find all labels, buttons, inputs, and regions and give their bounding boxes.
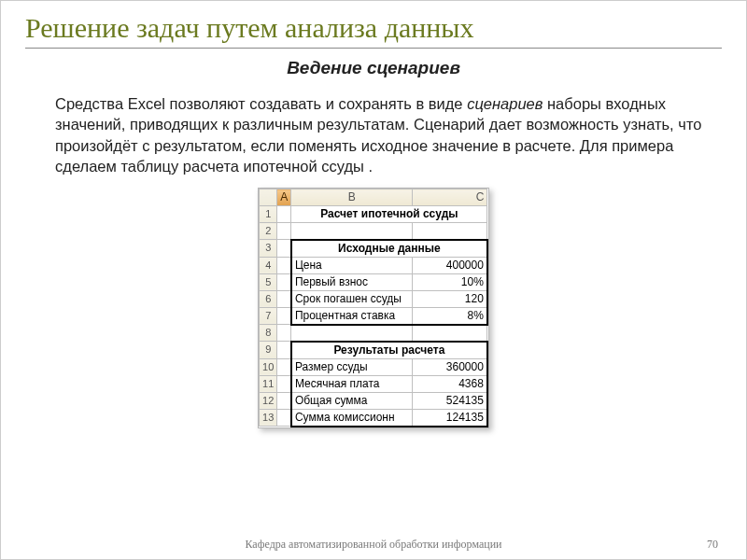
row-9-num: 9 <box>260 342 277 359</box>
row-1-num: 1 <box>260 206 277 223</box>
row-12-num: 12 <box>260 392 277 409</box>
section-output: Результаты расчета <box>291 342 487 359</box>
row-12: 12 Общая сумма 524135 <box>260 392 487 409</box>
row-11: 11 Месячная плата 4368 <box>260 375 487 392</box>
body-emph: сценариев <box>467 95 543 112</box>
row-1: 1 Расчет ипотечной ссуды <box>260 206 487 223</box>
row-10: 10 Размер ссуды 360000 <box>260 358 487 375</box>
footer-page: 70 <box>707 538 718 552</box>
row-2-num: 2 <box>260 223 277 240</box>
value-total: 524135 <box>413 392 487 409</box>
value-rate: 8% <box>413 307 487 325</box>
label-price: Цена <box>291 257 413 273</box>
row-2: 2 <box>260 223 487 240</box>
value-monthly: 4368 <box>413 375 487 392</box>
row-9: 9 Результаты расчета <box>260 342 487 359</box>
row-3-num: 3 <box>260 240 277 258</box>
row-6-num: 6 <box>260 290 277 307</box>
corner-cell <box>260 189 277 206</box>
title-divider <box>25 48 722 49</box>
slide: Решение задач путем анализа данных Веден… <box>0 0 747 560</box>
body-paragraph: Средства Excel позволяют создавать и сох… <box>25 93 722 176</box>
label-total: Общая сумма <box>291 392 413 409</box>
label-down: Первый взнос <box>291 273 413 290</box>
value-price: 400000 <box>413 257 487 273</box>
value-loan: 360000 <box>413 358 487 375</box>
page-title: Решение задач путем анализа данных <box>25 12 722 44</box>
label-fee: Сумма комиссионн <box>291 409 413 427</box>
row-6: 6 Срок погашен ссуды 120 <box>260 290 487 307</box>
body-prefix: Средства Excel позволяют создавать и сох… <box>55 95 467 112</box>
row-13-num: 13 <box>260 409 277 427</box>
row-3: 3 Исходные данные <box>260 240 487 258</box>
row-8-num: 8 <box>260 325 277 342</box>
value-down: 10% <box>413 273 487 290</box>
row-5-num: 5 <box>260 273 277 290</box>
row-7: 7 Процентная ставка 8% <box>260 307 487 325</box>
row-8: 8 <box>260 325 487 342</box>
row-11-num: 11 <box>260 375 277 392</box>
row-10-num: 10 <box>260 358 277 375</box>
label-monthly: Месячная плата <box>291 375 413 392</box>
excel-screenshot: A B C 1 Расчет ипотечной ссуды 2 3 Исход… <box>25 188 722 428</box>
row-4-num: 4 <box>260 257 277 273</box>
label-rate: Процентная ставка <box>291 307 413 325</box>
excel-grid: A B C 1 Расчет ипотечной ссуды 2 3 Исход… <box>258 188 489 428</box>
col-A-header: A <box>277 189 291 206</box>
value-term: 120 <box>413 290 487 307</box>
footer: Кафедра автоматизированной обработки инф… <box>1 538 746 552</box>
subtitle: Ведение сценариев <box>25 58 722 78</box>
col-header-row: A B C <box>260 189 487 206</box>
section-input: Исходные данные <box>291 240 487 258</box>
row-7-num: 7 <box>260 307 277 325</box>
row-5: 5 Первый взнос 10% <box>260 273 487 290</box>
footer-department: Кафедра автоматизированной обработки инф… <box>1 538 746 552</box>
col-C-header: C <box>413 189 487 206</box>
row-4: 4 Цена 400000 <box>260 257 487 273</box>
value-fee: 124135 <box>413 409 487 427</box>
col-B-header: B <box>291 189 413 206</box>
label-term: Срок погашен ссуды <box>291 290 413 307</box>
row-13: 13 Сумма комиссионн 124135 <box>260 409 487 427</box>
label-loan: Размер ссуды <box>291 358 413 375</box>
sheet-title-cell: Расчет ипотечной ссуды <box>291 206 487 223</box>
